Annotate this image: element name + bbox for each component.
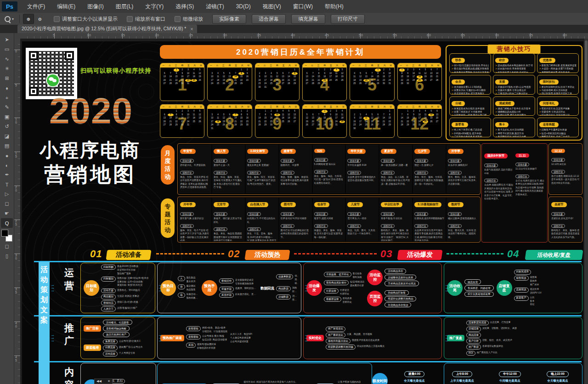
theme-label: 活动主题: [247, 159, 261, 163]
option-checkbox-2[interactable]: 细微缩放: [175, 16, 203, 23]
option-button-1[interactable]: 适合屏幕: [252, 14, 286, 24]
menu-item-3[interactable]: 图层(L): [110, 0, 140, 13]
menu-item-8[interactable]: 视图(V): [257, 0, 287, 13]
phase-number-02: 02: [228, 248, 240, 260]
color-swatches[interactable]: [1, 230, 12, 242]
day-number: 29: [174, 124, 180, 127]
scrollbar-thumb[interactable]: [585, 40, 588, 100]
h-ruler-number: 40: [291, 33, 295, 37]
tip-line: ≻券面额阶梯设置,提升客单价: [539, 71, 577, 73]
mindmap-section: 实时优化推广渠道优化推广素材优化文案、商品图、宣传视频落地页利益点优化围绕客户价…: [306, 327, 384, 350]
day-number: 16: [328, 117, 334, 120]
tab-close-icon[interactable]: ×: [190, 27, 193, 32]
move-tool-icon[interactable]: ➤: [1, 35, 13, 45]
bullet-icon: ≻: [495, 128, 497, 131]
checkbox-icon[interactable]: [127, 16, 133, 22]
history-brush-tool-icon[interactable]: ↺: [1, 122, 13, 131]
option-checkbox-0[interactable]: 调整窗口大小以满屏显示: [54, 16, 118, 23]
flow-arrows-icon: →→→: [304, 283, 308, 292]
path-select-tool-icon[interactable]: ▷: [1, 189, 13, 199]
blur-tool-icon[interactable]: ●: [1, 151, 13, 160]
vertical-ruler[interactable]: 051015202530354045: [14, 39, 21, 384]
marquee-tool-icon[interactable]: ▭: [1, 45, 13, 54]
gradient-tool-icon[interactable]: ▤: [1, 141, 13, 151]
pen-tool-icon[interactable]: ✒: [1, 170, 13, 180]
option-button-2[interactable]: 填充屏幕: [291, 14, 325, 24]
screen-mode-icon[interactable]: ▯: [1, 251, 13, 261]
mini-panel-controls[interactable]: ◀◀ ✕: [94, 378, 113, 384]
branch-label: 全面放量、提升转化: [324, 272, 351, 277]
mindmap-node: 目标规划: [84, 280, 99, 296]
weekday-label: 六: [336, 64, 339, 67]
weekday-label: 二: [406, 106, 408, 108]
tip-label: 会员: [452, 79, 465, 85]
menu-item-0[interactable]: 文件(F): [21, 0, 51, 13]
option-checkbox-1[interactable]: 缩放所有窗口: [127, 16, 165, 23]
day-blank: [209, 68, 215, 72]
quick-mask-icon[interactable]: ◻: [1, 242, 13, 251]
menu-item-9[interactable]: 窗口(W): [287, 0, 319, 13]
activity-industries: 食品、美妆、饰品等,围绕团圆场景可推出'全家团圆宴'活动并进行引流曝光。: [214, 232, 243, 241]
activity-item: 图书节活动主题世界读书日'4.23'好书推荐适用行业图书行业,可以把握机会打造成…: [279, 198, 312, 241]
quick-select-tool-icon[interactable]: ✳: [1, 64, 13, 73]
lasso-tool-icon[interactable]: ∿: [1, 54, 13, 64]
day-number: 21: [316, 120, 322, 124]
day-number: 12: [423, 72, 429, 75]
zoom-tool-icon[interactable]: [5, 16, 11, 22]
brush-tool-icon[interactable]: ✎: [1, 102, 13, 112]
tip-line: ≻设置二级奖励,扩大传播层级: [452, 110, 489, 113]
eyedropper-tool-icon[interactable]: ♦: [1, 83, 13, 93]
zoom-out-toggle[interactable]: ⊖: [35, 14, 45, 23]
weekday-label: 三: [270, 106, 272, 108]
weekday-label: 六: [431, 106, 433, 108]
menu-item-4[interactable]: 文字(Y): [139, 0, 170, 13]
eraser-tool-icon[interactable]: ◪: [1, 131, 13, 141]
mindmap-node: 推广目标: [84, 325, 101, 332]
menu-item-2[interactable]: 图像(I): [81, 0, 109, 13]
month-weekday-header: 一二三四五六日: [160, 63, 204, 68]
checkbox-icon[interactable]: [175, 16, 181, 22]
activity-item: 踏青节活动主题踏春四月、出游季适用行业食品、影楼、服饰、旅游等,结合春季出游场景…: [279, 145, 312, 193]
mini-close-icon[interactable]: ✕: [107, 379, 110, 383]
shape-tool-icon[interactable]: ◻: [1, 199, 13, 209]
healing-brush-tool-icon[interactable]: +: [1, 93, 13, 102]
type-tool-icon[interactable]: T: [1, 180, 13, 189]
day-number: 3: [417, 110, 423, 113]
foreground-color-swatch[interactable]: [1, 230, 8, 237]
menu-item-10[interactable]: 帮助(H): [319, 0, 350, 13]
zoom-tool-icon[interactable]: Q: [1, 218, 13, 228]
canvas-area[interactable]: 扫码可以获得小程序扶持 2020 小程序电商 营销地图 2020营销日历&全年营…: [20, 39, 588, 384]
activity-theme: 普天童乐,六一特价: [347, 217, 377, 220]
plan-cell: 目标规划目标拆解复盘2019年活动数据设定同比增长目标预估推广预算目标规划销售目…: [80, 263, 155, 313]
dodge-tool-icon[interactable]: ◐: [1, 160, 13, 170]
tip-card-9: 新零售≻线上线下库存打通,门店自提≻扫码购+同城配送,提升体验≻门店导购企微承接…: [449, 118, 491, 137]
menu-item-7[interactable]: 3D(D): [230, 0, 257, 13]
checkbox-icon[interactable]: [54, 16, 60, 22]
crop-tool-icon[interactable]: ⊞: [1, 73, 13, 83]
document-tab[interactable]: 2020小程序电商营销地图.jpg @ 12.5% (扫码可以获得小程序扶持, …: [17, 25, 197, 33]
branch-label: 推广渠道优化: [326, 327, 345, 332]
day-number: 22: [292, 79, 298, 82]
menu-item-1[interactable]: 编辑(E): [51, 0, 81, 13]
tool-preset-caret-icon[interactable]: ▾: [12, 17, 14, 21]
clone-stamp-tool-icon[interactable]: ▣: [1, 112, 13, 122]
day-number: 27: [310, 124, 316, 127]
activity-item: 520活动主题5.20网络最'爱'表白日适用行业美妆、服饰、饰品、生鲜等,可打造…: [313, 145, 345, 193]
menu-item-5[interactable]: 选择(S): [170, 0, 200, 13]
send-time-value: 上午8:00: [452, 371, 472, 377]
branch-item: 分销活动、计划返佣指南: [202, 330, 227, 333]
day-number: 21: [257, 120, 263, 124]
option-button-0[interactable]: 实际像素: [212, 14, 246, 24]
month-days: 1234567891011121314151617181920212223242…: [398, 68, 441, 86]
option-button-3[interactable]: 打印尺寸: [331, 14, 365, 24]
mindmap-node: 推广复盘: [447, 335, 464, 341]
collapse-icon[interactable]: ◀◀: [96, 379, 102, 383]
day-number: 30: [381, 82, 387, 85]
hand-tool-icon[interactable]: ☛: [1, 209, 13, 218]
activity-industries: 食品、凉品、水上乐园、家电等,消暑好物专场,让用户清凉一夏,还能省日常开销。: [381, 175, 411, 186]
day-number: 3: [387, 68, 393, 72]
zoom-in-toggle[interactable]: ⊕: [23, 14, 34, 24]
industry-label: 适用行业: [381, 224, 395, 228]
menu-item-6[interactable]: 滤镜(T): [200, 0, 230, 13]
vertical-scrollbar[interactable]: [584, 39, 588, 384]
